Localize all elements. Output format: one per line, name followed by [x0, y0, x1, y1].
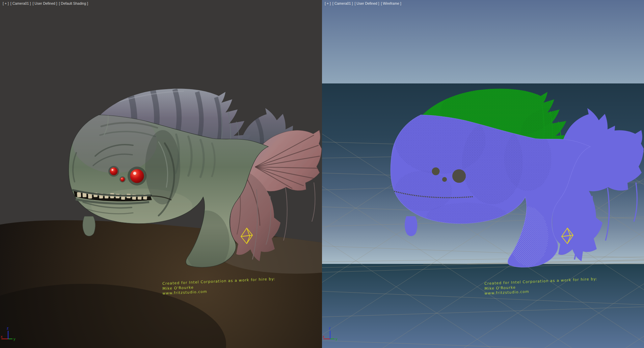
viewport-menu-pov[interactable]: [ User Defined ]: [355, 1, 379, 5]
eye-small: [120, 177, 125, 182]
viewport-menu-camera[interactable]: [ Camera01 ]: [10, 1, 31, 5]
ground-dome[interactable]: [0, 220, 322, 348]
viewport-menu-shading[interactable]: [ Default Shading ]: [59, 1, 88, 5]
viewport-label-shaded: [ + ][ Camera01 ][ User Defined ][ Defau…: [3, 1, 90, 5]
axis-x-label: x: [323, 334, 325, 339]
viewport-menu-general[interactable]: [ + ]: [325, 1, 331, 5]
viewport-menu-pov[interactable]: [ User Defined ]: [33, 1, 57, 5]
axis-y-label: y: [336, 337, 338, 341]
eye-medium: [110, 168, 118, 175]
chin-barbel: [83, 216, 95, 236]
viewport-menu-shading[interactable]: [ Wireframe ]: [381, 1, 401, 5]
viewport-menu-general[interactable]: [ + ]: [3, 1, 9, 5]
viewport-wireframe[interactable]: x y z [ + ][ Camera01 ][ User Defined ][…: [322, 0, 644, 348]
axis-x-label: x: [1, 334, 3, 339]
axis-z-label: z: [329, 326, 331, 330]
eye-medium: [432, 168, 440, 175]
dual-viewport-stage: x y z [ + ][ Camera01 ][ User Defined ][…: [0, 0, 644, 348]
chin-barbel: [405, 216, 417, 236]
viewport-default-shading[interactable]: x y z [ + ][ Camera01 ][ User Defined ][…: [0, 0, 322, 348]
shaded-scene: x y z: [0, 0, 322, 348]
eye-small: [442, 177, 447, 182]
viewport-menu-camera[interactable]: [ Camera01 ]: [332, 1, 353, 5]
axis-z-label: z: [7, 326, 9, 330]
viewport-label-wireframe: [ + ][ Camera01 ][ User Defined ][ Wiref…: [325, 1, 403, 5]
sky-background: [322, 0, 644, 83]
wireframe-scene: x y z: [322, 0, 644, 348]
eye-large: [130, 169, 144, 183]
axis-y-label: y: [14, 337, 16, 341]
